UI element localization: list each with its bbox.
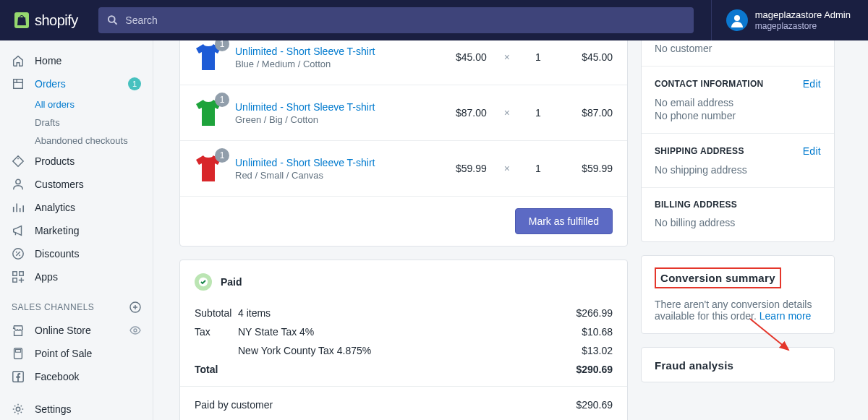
- line-total: $87.00: [562, 107, 613, 119]
- nav-drafts[interactable]: Drafts: [0, 113, 153, 132]
- product-title-link[interactable]: Unlimited - Short Sleeve T-shirt: [235, 157, 401, 168]
- shopify-logo[interactable]: shopify: [0, 12, 93, 29]
- unit-price: $87.00: [414, 107, 487, 119]
- svg-rect-15: [15, 350, 20, 353]
- mark-as-fulfilled-button[interactable]: Mark as fulfilled: [515, 208, 613, 234]
- product-variant: Green / Big / Cotton: [235, 114, 401, 125]
- shopify-bag-icon: [14, 12, 29, 28]
- home-icon: [12, 54, 25, 67]
- add-channel-icon[interactable]: [129, 301, 141, 313]
- unit-price: $59.99: [414, 163, 487, 174]
- fraud-analysis-card: Fraud analysis: [641, 347, 835, 382]
- no-customer-text: No customer: [655, 43, 821, 54]
- times-symbol: ×: [500, 163, 514, 174]
- discount-icon: [12, 247, 25, 260]
- nav-analytics[interactable]: Analytics: [0, 196, 153, 219]
- billing-title: Billing Address: [655, 200, 821, 210]
- product-title-link[interactable]: Unlimited - Short Sleeve T-shirt: [235, 46, 401, 57]
- svg-point-5: [16, 179, 20, 184]
- paid-by-customer-row: Paid by customer $290.69: [195, 395, 613, 414]
- megaphone-icon: [12, 224, 25, 237]
- contact-info-title: Contact InformationEdit: [655, 78, 821, 90]
- nav-products[interactable]: Products: [0, 150, 153, 173]
- svg-point-8: [19, 254, 20, 256]
- times-symbol: ×: [500, 51, 514, 63]
- product-title-link[interactable]: Unlimited - Short Sleeve T-shirt: [235, 101, 401, 113]
- eye-icon[interactable]: [129, 325, 141, 336]
- user-name: mageplazastore Admin: [755, 9, 851, 21]
- tax-row: TaxNY State Tax 4%$10.68: [195, 322, 613, 341]
- chart-icon: [12, 201, 25, 214]
- edit-contact-link[interactable]: Edit: [803, 78, 821, 90]
- topbar: shopify mageplazastore Admin mageplazast…: [0, 0, 868, 40]
- edit-shipping-link[interactable]: Edit: [803, 145, 821, 157]
- svg-line-1: [114, 22, 117, 25]
- product-thumb: 1: [195, 98, 222, 127]
- line-item: 1Unlimited - Short Sleeve T-shirtBlue / …: [180, 40, 627, 85]
- tag-icon: [12, 155, 25, 168]
- subtotal-row: Subtotal 4 items $266.99: [195, 304, 613, 322]
- unit-price: $45.00: [414, 51, 487, 63]
- learn-more-link[interactable]: Learn more: [760, 310, 812, 322]
- store-icon: [12, 324, 25, 337]
- sidebar: Home Orders 1 All orders Drafts Abandone…: [0, 40, 153, 420]
- gear-icon: [12, 403, 25, 416]
- svg-point-17: [16, 407, 20, 411]
- svg-rect-11: [13, 278, 17, 282]
- qty: 1: [527, 107, 549, 119]
- svg-rect-9: [13, 272, 17, 275]
- user-menu[interactable]: mageplazastore Admin mageplazastore: [711, 0, 868, 40]
- product-variant: Red / Small / Canvas: [235, 170, 401, 181]
- svg-rect-3: [14, 80, 23, 89]
- main-content: 1Unlimited - Short Sleeve T-shirtBlue / …: [153, 40, 868, 420]
- orders-icon: [12, 77, 25, 90]
- qty-badge: 1: [215, 148, 229, 163]
- sales-channels-header: SALES CHANNELS: [0, 288, 153, 319]
- nav-apps[interactable]: Apps: [0, 265, 153, 288]
- orders-badge: 1: [128, 77, 141, 90]
- total-row: Total $290.69: [195, 360, 613, 379]
- customer-card: No customer Contact InformationEdit No e…: [641, 40, 835, 242]
- user-store: mageplazastore: [755, 21, 851, 31]
- nav-customers[interactable]: Customers: [0, 173, 153, 196]
- nav-abandoned[interactable]: Abandoned checkouts: [0, 132, 153, 150]
- product-variant: Blue / Medium / Cotton: [235, 59, 401, 69]
- line-total: $45.00: [562, 51, 613, 63]
- channel-online-store[interactable]: Online Store: [0, 319, 153, 342]
- search-input[interactable]: [125, 14, 684, 26]
- svg-point-7: [16, 252, 17, 253]
- nav-orders[interactable]: Orders 1: [0, 72, 153, 95]
- paid-title: Paid: [221, 276, 242, 288]
- nav-marketing[interactable]: Marketing: [0, 219, 153, 242]
- qty-badge: 1: [215, 40, 229, 51]
- channel-pos[interactable]: Point of Sale: [0, 342, 153, 365]
- facebook-icon: [12, 370, 25, 383]
- nav-home[interactable]: Home: [0, 49, 153, 72]
- channel-facebook[interactable]: Facebook: [0, 365, 153, 388]
- apps-icon: [12, 270, 25, 283]
- search-icon: [107, 14, 118, 26]
- svg-point-2: [734, 15, 740, 21]
- nav-all-orders[interactable]: All orders: [0, 95, 153, 113]
- conversion-summary-card: Conversion summary There aren't any conv…: [641, 255, 835, 334]
- conversion-summary-title: Conversion summary: [655, 267, 781, 288]
- qty: 1: [527, 51, 549, 63]
- qty: 1: [527, 163, 549, 174]
- tax-row: New York County Tax 4.875%$13.02: [195, 341, 613, 360]
- person-icon: [12, 178, 25, 191]
- conversion-body: There aren't any conversion details avai…: [655, 299, 821, 322]
- line-total: $59.99: [562, 163, 613, 174]
- svg-point-13: [134, 329, 137, 332]
- nav-settings[interactable]: Settings: [0, 388, 153, 420]
- product-thumb: 1: [195, 154, 222, 183]
- line-item: 1Unlimited - Short Sleeve T-shirtRed / S…: [180, 141, 627, 197]
- paid-check-icon: [195, 273, 212, 291]
- logo-text: shopify: [35, 12, 78, 29]
- svg-point-4: [17, 158, 19, 160]
- nav-discounts[interactable]: Discounts: [0, 242, 153, 265]
- line-item: 1Unlimited - Short Sleeve T-shirtGreen /…: [180, 85, 627, 141]
- svg-point-0: [109, 16, 115, 22]
- search-box[interactable]: [98, 7, 694, 33]
- qty-badge: 1: [215, 93, 229, 107]
- times-symbol: ×: [500, 107, 514, 119]
